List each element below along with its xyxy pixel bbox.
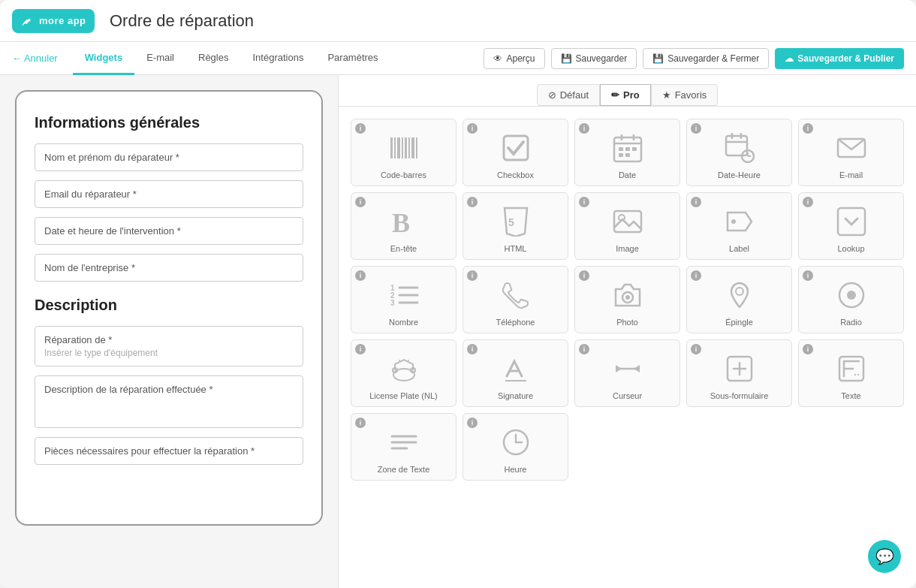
info-icon: i — [691, 344, 701, 354]
svg-rect-17 — [625, 153, 630, 157]
form-phone-mockup: Informations générales Nom et prénom du … — [15, 90, 323, 526]
apercu-button[interactable]: 👁 Aperçu — [484, 48, 544, 69]
widget-nombre[interactable]: i 1 2 3 Nombre — [351, 266, 456, 333]
widget-tab-defaut[interactable]: ⊘ Défaut — [537, 84, 600, 106]
lookup-icon — [833, 204, 869, 240]
widget-code-barres[interactable]: i Code-barres — [351, 119, 456, 186]
widget-epingle[interactable]: i Épingle — [686, 266, 792, 333]
info-icon: i — [691, 270, 701, 281]
annuler-button[interactable]: ← Annuler — [12, 53, 58, 64]
field-reparation-de[interactable]: Réparation de * Insérer le type d'équipe… — [35, 326, 303, 366]
info-icon: i — [803, 344, 813, 354]
sauvegarder-publier-button[interactable]: ☁ Sauvegarder & Publier — [775, 48, 904, 69]
info-icon: i — [691, 123, 701, 134]
sauvegarder-button[interactable]: 💾 Sauvegarder — [551, 48, 637, 69]
widget-image[interactable]: i Image — [574, 192, 680, 260]
svg-text:5: 5 — [508, 216, 514, 228]
page-title: Ordre de réparation — [110, 11, 904, 31]
logo[interactable]: more app — [12, 9, 95, 33]
widget-signature[interactable]: i Signature — [463, 339, 568, 407]
widget-zone-texte[interactable]: i Zone de Texte — [351, 413, 456, 481]
save-close-icon: 💾 — [652, 53, 664, 64]
sauvegarder-fermer-button[interactable]: 💾 Sauvegarder & Fermer — [643, 48, 769, 69]
widget-label: Checkbox — [497, 170, 534, 179]
svg-rect-1 — [394, 137, 396, 158]
pro-icon: ✏ — [611, 89, 619, 101]
widget-label[interactable]: i Label — [686, 192, 792, 260]
widget-label: Signature — [498, 391, 533, 400]
widget-label: E-mail — [839, 170, 863, 179]
nav-actions: 👁 Aperçu 💾 Sauvegarder 💾 Sauvegarder & F… — [484, 48, 904, 69]
form-preview: Informations générales Nom et prénom du … — [0, 75, 338, 588]
widget-tab-pro[interactable]: ✏ Pro — [600, 84, 651, 106]
zone-texte-icon — [386, 424, 422, 460]
info-icon: i — [355, 197, 366, 207]
widget-html[interactable]: i 5 HTML — [463, 192, 568, 260]
chat-button[interactable]: 💬 — [868, 540, 901, 573]
info-icon: i — [803, 123, 813, 134]
field-pieces-necessaires[interactable]: Pièces nécessaires pour effectuer la rép… — [35, 437, 303, 465]
checkbox-icon — [498, 130, 534, 166]
svg-text:B: B — [392, 208, 410, 237]
widget-curseur[interactable]: i Curseur — [574, 339, 680, 407]
epingle-icon — [722, 277, 758, 313]
section-1-title: Informations générales — [35, 114, 303, 131]
svg-rect-0 — [390, 137, 393, 158]
svg-point-43 — [847, 291, 856, 300]
widget-en-tete[interactable]: i B En-tête — [351, 192, 456, 260]
widget-email[interactable]: i E-mail — [798, 119, 904, 186]
field-email[interactable]: Email du réparateur * — [35, 180, 303, 208]
widget-sous-formulaire[interactable]: i Sous-formulaire — [686, 339, 792, 407]
field-description-reparation[interactable]: Description de la réparation effectuée * — [35, 375, 303, 428]
defaut-icon: ⊘ — [548, 89, 556, 101]
svg-point-41 — [736, 288, 743, 295]
info-icon: i — [579, 123, 589, 134]
field-nom-prenom[interactable]: Nom et prénom du réparateur * — [35, 143, 303, 171]
tab-regles[interactable]: Règles — [186, 42, 240, 75]
tab-email[interactable]: E-mail — [134, 42, 186, 75]
tab-widgets[interactable]: Widgets — [73, 42, 134, 75]
svg-rect-7 — [416, 137, 417, 158]
widget-label: Lookup — [837, 244, 864, 253]
widget-telephone[interactable]: i Téléphone — [463, 266, 568, 333]
svg-point-31 — [731, 219, 736, 224]
signature-icon — [498, 351, 534, 387]
field-nom-entreprise[interactable]: Nom de l'entreprise * — [35, 254, 303, 282]
widget-license-plate[interactable]: i License Plate (NL) — [351, 339, 456, 407]
widget-label: Code-barres — [381, 170, 426, 179]
widget-label: Radio — [840, 318, 862, 327]
widget-grid: i Code-barres i Checkbox i Da — [339, 107, 916, 493]
widget-texte[interactable]: i Texte — [798, 339, 904, 407]
svg-rect-5 — [408, 137, 410, 158]
image-icon — [610, 204, 646, 240]
svg-rect-2 — [397, 137, 400, 158]
tab-integrations[interactable]: Intégrations — [240, 42, 315, 75]
barcode-icon — [386, 130, 422, 166]
info-icon: i — [355, 270, 366, 281]
field-date-intervention[interactable]: Date et heure de l'intervention * — [35, 217, 303, 245]
widget-date[interactable]: i Date — [574, 119, 680, 186]
texte-icon — [833, 351, 869, 387]
sous-formulaire-icon — [722, 351, 758, 387]
tab-parametres[interactable]: Paramètres — [315, 42, 390, 75]
info-icon: i — [467, 197, 478, 207]
widget-tab-favoris[interactable]: ★ Favoris — [651, 84, 719, 106]
favoris-icon: ★ — [662, 89, 671, 101]
label-icon — [722, 204, 758, 240]
widget-checkbox[interactable]: i Checkbox — [463, 119, 568, 186]
widget-heure[interactable]: i Heure — [463, 413, 568, 481]
svg-marker-53 — [634, 365, 640, 372]
radio-icon — [833, 277, 869, 313]
info-icon: i — [579, 197, 589, 207]
widget-photo[interactable]: i Photo — [574, 266, 680, 333]
info-icon: i — [579, 344, 589, 354]
widget-label: Date-Heure — [718, 170, 761, 179]
svg-rect-3 — [402, 137, 403, 158]
info-icon: i — [355, 123, 366, 134]
widget-date-heure[interactable]: i Date-Heure — [686, 119, 792, 186]
widget-lookup[interactable]: i Lookup — [798, 192, 904, 260]
widget-radio[interactable]: i Radio — [798, 266, 904, 333]
svg-point-40 — [625, 295, 630, 300]
logo-icon — [20, 14, 35, 29]
widget-label: HTML — [505, 244, 527, 253]
